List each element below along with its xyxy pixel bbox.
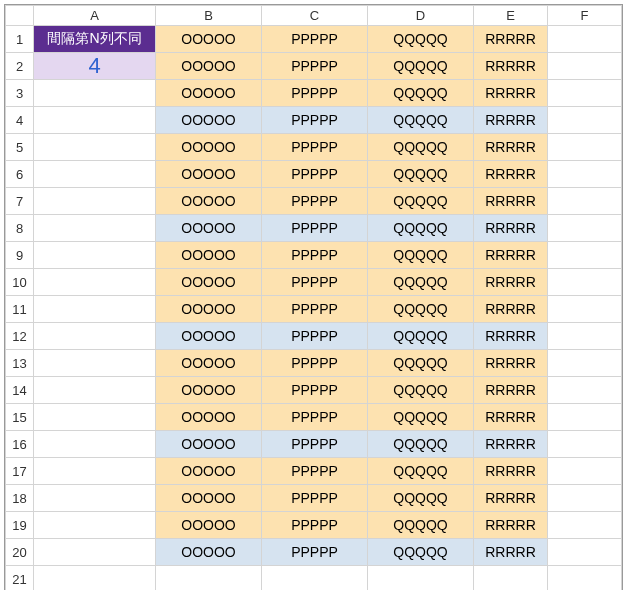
cell-E15[interactable]: RRRRR [474,404,548,431]
cell-A6[interactable] [34,161,156,188]
cell-E3[interactable]: RRRRR [474,80,548,107]
cell-D18[interactable]: QQQQQ [368,485,474,512]
cell-F20[interactable] [548,539,622,566]
cell-A8[interactable] [34,215,156,242]
cell-E17[interactable]: RRRRR [474,458,548,485]
col-header-F[interactable]: F [548,6,622,26]
cell-C21[interactable] [262,566,368,591]
col-header-A[interactable]: A [34,6,156,26]
cell-C16[interactable]: PPPPP [262,431,368,458]
cell-E10[interactable]: RRRRR [474,269,548,296]
select-all-corner[interactable] [6,6,34,26]
cell-B21[interactable] [156,566,262,591]
cell-A1[interactable]: 間隔第N列不同 [34,26,156,53]
col-header-D[interactable]: D [368,6,474,26]
cell-F19[interactable] [548,512,622,539]
cell-D9[interactable]: QQQQQ [368,242,474,269]
row-header-10[interactable]: 10 [6,269,34,296]
cell-A13[interactable] [34,350,156,377]
cell-E14[interactable]: RRRRR [474,377,548,404]
cell-B6[interactable]: OOOOO [156,161,262,188]
cell-C2[interactable]: PPPPP [262,53,368,80]
cell-F6[interactable] [548,161,622,188]
cell-D10[interactable]: QQQQQ [368,269,474,296]
row-header-8[interactable]: 8 [6,215,34,242]
cell-B11[interactable]: OOOOO [156,296,262,323]
cell-A11[interactable] [34,296,156,323]
grid[interactable]: A B C D E F 1間隔第N列不同OOOOOPPPPPQQQQQRRRRR… [5,5,622,590]
cell-D3[interactable]: QQQQQ [368,80,474,107]
cell-E21[interactable] [474,566,548,591]
cell-F10[interactable] [548,269,622,296]
cell-F5[interactable] [548,134,622,161]
cell-E5[interactable]: RRRRR [474,134,548,161]
cell-B13[interactable]: OOOOO [156,350,262,377]
row-header-20[interactable]: 20 [6,539,34,566]
cell-C17[interactable]: PPPPP [262,458,368,485]
cell-D1[interactable]: QQQQQ [368,26,474,53]
cell-B3[interactable]: OOOOO [156,80,262,107]
cell-E1[interactable]: RRRRR [474,26,548,53]
cell-D5[interactable]: QQQQQ [368,134,474,161]
cell-F12[interactable] [548,323,622,350]
cell-C18[interactable]: PPPPP [262,485,368,512]
row-header-6[interactable]: 6 [6,161,34,188]
cell-B5[interactable]: OOOOO [156,134,262,161]
cell-C15[interactable]: PPPPP [262,404,368,431]
cell-F8[interactable] [548,215,622,242]
cell-C19[interactable]: PPPPP [262,512,368,539]
cell-F18[interactable] [548,485,622,512]
row-header-9[interactable]: 9 [6,242,34,269]
cell-F9[interactable] [548,242,622,269]
cell-E4[interactable]: RRRRR [474,107,548,134]
cell-F14[interactable] [548,377,622,404]
cell-D15[interactable]: QQQQQ [368,404,474,431]
cell-E12[interactable]: RRRRR [474,323,548,350]
cell-E6[interactable]: RRRRR [474,161,548,188]
cell-F1[interactable] [548,26,622,53]
cell-A17[interactable] [34,458,156,485]
cell-F16[interactable] [548,431,622,458]
cell-B7[interactable]: OOOOO [156,188,262,215]
row-header-2[interactable]: 2 [6,53,34,80]
cell-A5[interactable] [34,134,156,161]
cell-F4[interactable] [548,107,622,134]
cell-B12[interactable]: OOOOO [156,323,262,350]
cell-E9[interactable]: RRRRR [474,242,548,269]
cell-F2[interactable] [548,53,622,80]
row-header-5[interactable]: 5 [6,134,34,161]
cell-B10[interactable]: OOOOO [156,269,262,296]
cell-C20[interactable]: PPPPP [262,539,368,566]
cell-A3[interactable] [34,80,156,107]
cell-A4[interactable] [34,107,156,134]
cell-D14[interactable]: QQQQQ [368,377,474,404]
cell-D8[interactable]: QQQQQ [368,215,474,242]
cell-B9[interactable]: OOOOO [156,242,262,269]
cell-F7[interactable] [548,188,622,215]
col-header-E[interactable]: E [474,6,548,26]
cell-F3[interactable] [548,80,622,107]
row-header-4[interactable]: 4 [6,107,34,134]
cell-B16[interactable]: OOOOO [156,431,262,458]
cell-B19[interactable]: OOOOO [156,512,262,539]
cell-A7[interactable] [34,188,156,215]
cell-D13[interactable]: QQQQQ [368,350,474,377]
cell-B15[interactable]: OOOOO [156,404,262,431]
row-header-15[interactable]: 15 [6,404,34,431]
cell-B14[interactable]: OOOOO [156,377,262,404]
cell-C8[interactable]: PPPPP [262,215,368,242]
cell-D20[interactable]: QQQQQ [368,539,474,566]
cell-B8[interactable]: OOOOO [156,215,262,242]
cell-F21[interactable] [548,566,622,591]
cell-D21[interactable] [368,566,474,591]
row-header-14[interactable]: 14 [6,377,34,404]
row-header-12[interactable]: 12 [6,323,34,350]
cell-B1[interactable]: OOOOO [156,26,262,53]
cell-C1[interactable]: PPPPP [262,26,368,53]
cell-E18[interactable]: RRRRR [474,485,548,512]
cell-A20[interactable] [34,539,156,566]
cell-F11[interactable] [548,296,622,323]
cell-A18[interactable] [34,485,156,512]
row-header-16[interactable]: 16 [6,431,34,458]
cell-C13[interactable]: PPPPP [262,350,368,377]
